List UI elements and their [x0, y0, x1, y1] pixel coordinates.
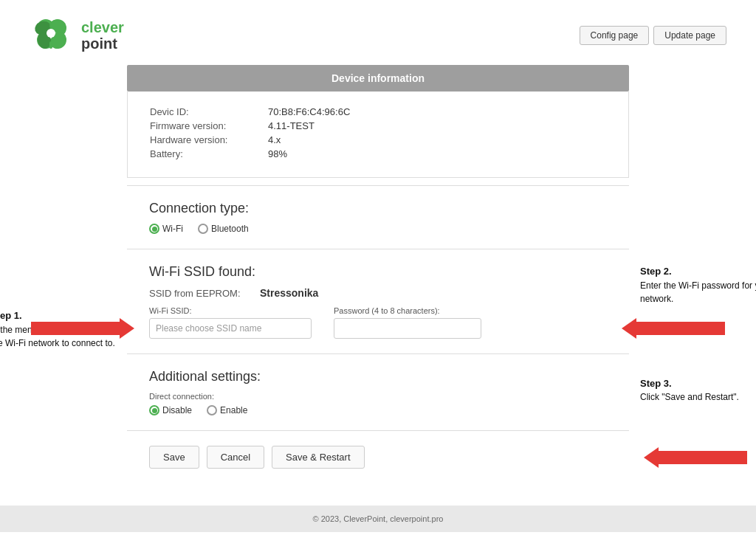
connection-type-radio-group: Wi-Fi Bluetooth — [149, 224, 607, 234]
device-id-value: 70:B8:F6:C4:96:6C — [268, 106, 350, 117]
battery-label: Battery: — [150, 148, 268, 159]
hardware-row: Hardware version: 4.x — [150, 134, 606, 145]
enable-radio-text: Enable — [220, 405, 247, 415]
wifi-inputs-row: Wi-Fi SSID: Please choose SSID name Pass… — [149, 306, 607, 339]
ssid-eeprom-row: SSID from EEPROM: Stressonika — [149, 287, 607, 299]
wifi-radio-dot[interactable] — [149, 224, 159, 234]
battery-row: Battery: 98% — [150, 148, 606, 159]
device-id-row: Devic ID: 70:B8:F6:C4:96:6C — [150, 106, 606, 117]
disable-radio-text: Disable — [162, 405, 192, 415]
logo-area: clever point — [30, 13, 124, 58]
save-button[interactable]: Save — [149, 446, 199, 469]
battery-value: 98% — [268, 148, 287, 159]
buttons-section: Save Cancel Save & Restart — [127, 430, 629, 483]
hardware-label: Hardware version: — [150, 134, 268, 145]
save-restart-button[interactable]: Save & Restart — [272, 446, 364, 469]
connection-type-section: Connection type: Wi-Fi Bluetooth — [127, 185, 629, 249]
step1-arrow — [31, 318, 134, 339]
hardware-value: 4.x — [268, 134, 281, 145]
footer: © 2023, CleverPoint, cleverpoint.pro — [0, 506, 756, 532]
wifi-ssid-select[interactable]: Please choose SSID name — [149, 318, 312, 339]
step3-arrow — [644, 447, 747, 468]
step2-title: Step 2. — [640, 264, 756, 279]
direct-connection-label: Direct connection: — [149, 392, 607, 401]
disable-radio-dot[interactable] — [149, 405, 159, 415]
device-info-body: Devic ID: 70:B8:F6:C4:96:6C Firmware ver… — [127, 92, 629, 178]
bluetooth-radio-dot[interactable] — [198, 224, 208, 234]
logo-text: clever point — [81, 19, 124, 52]
additional-settings-section: Additional settings: Direct connection: … — [127, 353, 629, 430]
wifi-radio-text: Wi-Fi — [162, 224, 183, 234]
bluetooth-radio-text: Bluetooth — [211, 224, 249, 234]
additional-settings-title: Additional settings: — [149, 369, 607, 384]
firmware-label: Firmware version: — [150, 120, 268, 131]
firmware-value: 4.11-TEST — [268, 120, 315, 131]
device-info-header: Device information — [127, 65, 629, 92]
wifi-ssid-title: Wi-Fi SSID found: — [149, 264, 607, 280]
device-id-label: Devic ID: — [150, 106, 268, 117]
step3-text: Click "Save and Restart". — [640, 390, 756, 404]
bluetooth-radio-label[interactable]: Bluetooth — [198, 224, 249, 234]
enable-radio-label[interactable]: Enable — [207, 405, 247, 415]
footer-text: © 2023, CleverPoint, cleverpoint.pro — [313, 514, 444, 523]
step2-annotation: Step 2. Enter the Wi-Fi password for you… — [640, 264, 756, 306]
firmware-row: Firmware version: 4.11-TEST — [150, 120, 606, 131]
step3-annotation: Step 3. Click "Save and Restart". — [640, 376, 756, 404]
step2-arrow — [622, 318, 725, 339]
wifi-radio-label[interactable]: Wi-Fi — [149, 224, 183, 234]
disable-radio-label[interactable]: Disable — [149, 405, 192, 415]
svg-rect-10 — [49, 41, 52, 49]
wifi-ssid-input-group: Wi-Fi SSID: Please choose SSID name — [149, 306, 312, 339]
update-page-button[interactable]: Update page — [653, 26, 726, 45]
header-buttons: Config page Update page — [580, 26, 726, 45]
config-page-button[interactable]: Config page — [580, 26, 650, 45]
main-card: Device information Devic ID: 70:B8:F6:C4… — [127, 65, 629, 483]
step2-text: Enter the Wi-Fi password for your networ… — [640, 279, 756, 306]
password-input[interactable] — [334, 318, 481, 339]
password-input-group: Password (4 to 8 characters): — [334, 306, 481, 339]
direct-connection-radio-group: Disable Enable — [149, 405, 607, 415]
ssid-eeprom-value: Stressonika — [260, 287, 318, 299]
enable-radio-dot[interactable] — [207, 405, 217, 415]
header: clever point Config page Update page — [0, 0, 756, 65]
wifi-ssid-input-label: Wi-Fi SSID: — [149, 306, 312, 315]
svg-point-9 — [47, 29, 55, 38]
ssid-eeprom-label: SSID from EEPROM: — [149, 288, 245, 299]
password-input-label: Password (4 to 8 characters): — [334, 306, 481, 315]
step3-title: Step 3. — [640, 376, 756, 391]
cancel-button[interactable]: Cancel — [207, 446, 264, 469]
logo-icon — [30, 13, 74, 58]
connection-type-title: Connection type: — [149, 201, 607, 216]
wifi-section: Wi-Fi SSID found: SSID from EEPROM: Stre… — [127, 249, 629, 353]
